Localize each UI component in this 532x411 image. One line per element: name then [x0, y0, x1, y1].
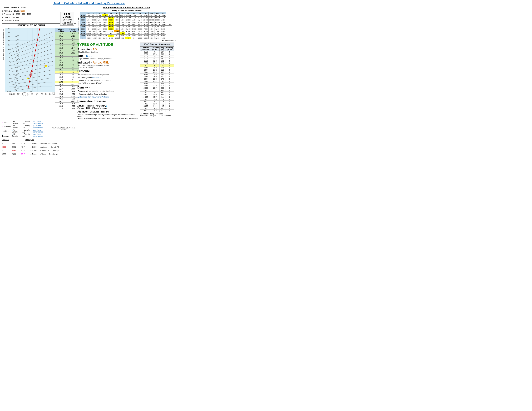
altitude-type-pressure: Pressure - Alt. corrected for non-standa… — [77, 69, 139, 85]
svg-text:14: 14 — [8, 32, 10, 33]
svg-text:9: 9 — [9, 53, 10, 54]
y-axis-label: Approximate density altitude (thousand f… — [2, 28, 5, 61]
types-title: TYPES OF ALTITUDE — [77, 43, 139, 47]
altimeter-conversion-table: Altimeter setting Pressure altitude 28.0… — [55, 28, 79, 110]
svg-text:4: 4 — [9, 74, 10, 75]
svg-text:12: 12 — [8, 40, 10, 42]
svg-text:7: 7 — [9, 61, 10, 63]
types-section: TYPES OF ALTITUDE Absolute - AGL Cloud C… — [77, 43, 139, 120]
svg-text:80°: 80° — [45, 94, 47, 95]
altitude-type-true: True - MSL Flight Altitude, Airspace Cei… — [77, 54, 139, 60]
svg-text:8: 8 — [9, 57, 10, 58]
elevation-section: Elevation Density Alt 5,000' - 29.92 - 4… — [2, 138, 76, 156]
da-x-label: Air Temperature °F — [77, 39, 176, 41]
svg-text:S.L.: S.L. — [7, 90, 10, 92]
svg-text:70°: 70° — [41, 94, 43, 95]
da-y-label: Physical Altitude (Ft) — [77, 18, 80, 34]
svg-text:2: 2 — [9, 82, 10, 84]
baro-section: Barometric Pressure Altitude↑ Pressure↓ … — [77, 100, 139, 109]
decreases-note: Decreases 3.5 °F (2 °C) / 1,000' (up to … — [140, 115, 174, 117]
svg-text:1: 1 — [9, 86, 10, 88]
svg-text:6: 6 — [9, 65, 10, 67]
svg-text:90°: 90° — [49, 94, 51, 95]
svg-rect-101 — [10, 66, 46, 66]
main-title: Used to Calculate Takeoff and Landing Pe… — [2, 2, 176, 5]
icao-section: ICAO Standard Atmosphere Altitude(Feet A… — [140, 43, 174, 120]
svg-text:110°: 110° — [54, 94, 55, 95]
svg-text:13: 13 — [8, 36, 10, 37]
performance-table: ↑ Temp ↓ Air Density ↑ Density Alt ↓ Air… — [2, 120, 76, 137]
da-table-subtitle: Density Altitude Estimation Table (Ft) — [77, 9, 176, 11]
svg-rect-0 — [5, 28, 55, 92]
svg-text:Outside air temperature: Outside air temperature — [23, 95, 39, 96]
density-altitude-chart: S.L. 1 2 3 4 5 6 7 8 9 10 11 12 13 — [5, 28, 55, 96]
svg-text:6: 6 — [46, 65, 46, 67]
altitude-type-indicated: Indicated - Aprox. MSL Alt. reading when… — [77, 61, 139, 68]
altitude-type-density: Density - Pressure Alt. corrected for no… — [77, 86, 139, 98]
svg-text:-1,000: -1,000 — [52, 92, 55, 94]
da-table-title: Using the Density Altitude Estimation Ta… — [77, 6, 176, 9]
svg-text:3: 3 — [9, 78, 10, 79]
svg-text:11: 11 — [8, 44, 10, 46]
da-estimation-section: Using the Density Altitude Estimation Ta… — [77, 6, 176, 41]
svg-text:4,000: 4,000 — [27, 78, 30, 79]
svg-text:20°: 20° — [17, 94, 19, 95]
as-altitude: As Altitude↑ Temp↓ Pressure↓ — [140, 113, 174, 115]
altimeter-box: 29.92 - 29.82 .10 x 1000 standard =100' … — [60, 12, 74, 26]
altimeter-section: Altimeter Measures Pressure Temp or Pres… — [77, 110, 139, 120]
svg-text:5: 5 — [9, 69, 10, 71]
altitude-type-absolute: Absolute - AGL Cloud Ceilings, Obsticles — [77, 48, 139, 53]
svg-text:15: 15 — [8, 28, 10, 29]
svg-text:10: 10 — [8, 48, 10, 50]
